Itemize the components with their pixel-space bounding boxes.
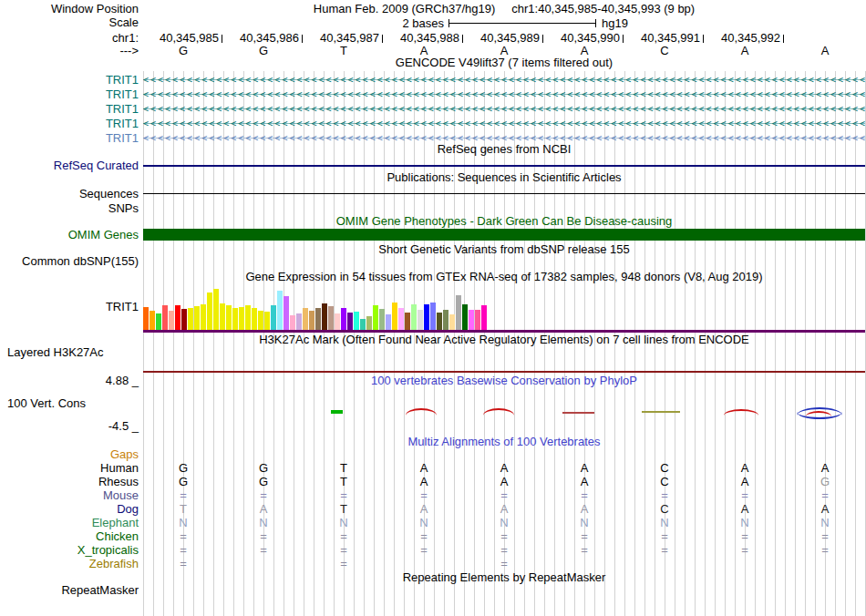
multiz-species-label[interactable]: Human xyxy=(0,462,139,475)
gencode-transcript-row[interactable]: <<<<<<<<<<<<<<<<<<<<<<<<<<<<<<<<<<<<<<<<… xyxy=(143,117,865,130)
gtex-expression-bar[interactable] xyxy=(169,311,174,330)
gtex-expression-bar[interactable] xyxy=(296,313,302,330)
multiz-species-label[interactable]: Elephant xyxy=(0,517,139,529)
reference-base: A xyxy=(464,45,544,57)
gtex-expression-bar[interactable] xyxy=(379,309,385,330)
gtex-expression-bar[interactable] xyxy=(328,306,334,330)
alignment-base: = xyxy=(464,489,544,502)
gtex-expression-bar[interactable] xyxy=(418,310,423,330)
snps-track-label[interactable]: SNPs xyxy=(0,202,139,215)
multiz-species-label[interactable]: X_tropicalis xyxy=(0,544,139,557)
repeatmasker-track-label[interactable]: RepeatMasker xyxy=(0,584,139,597)
coordinate-tick xyxy=(222,35,222,43)
reverse-strand-arrows-icon: <<<<<<<<<<<<<<<<<<<<<<<<<<<<<<<<<<<<<<<<… xyxy=(143,131,865,145)
refseq-track-label[interactable]: RefSeq Curated xyxy=(0,159,139,172)
gencode-transcript-row[interactable]: <<<<<<<<<<<<<<<<<<<<<<<<<<<<<<<<<<<<<<<<… xyxy=(143,131,865,145)
gtex-expression-bar[interactable] xyxy=(360,319,366,330)
conservation-track-label[interactable]: 100 Vert. Cons xyxy=(7,397,86,410)
alignment-base: = xyxy=(384,530,464,543)
gencode-item-label[interactable]: TRIT1 xyxy=(0,103,139,116)
gencode-item-label[interactable]: TRIT1 xyxy=(0,118,139,130)
sequences-track-line[interactable] xyxy=(143,193,865,194)
gtex-expression-bar[interactable] xyxy=(207,293,212,330)
reference-base: G xyxy=(143,45,223,57)
gtex-expression-bar[interactable] xyxy=(162,305,168,330)
h3k27ac-signal-line[interactable] xyxy=(143,371,865,373)
gtex-expression-bar[interactable] xyxy=(226,305,232,330)
gtex-expression-bar[interactable] xyxy=(232,308,238,330)
alignment-base: N xyxy=(143,517,223,529)
gtex-expression-bar[interactable] xyxy=(181,309,187,330)
gtex-expression-bar[interactable] xyxy=(443,310,448,330)
gtex-expression-bar[interactable] xyxy=(437,313,442,330)
gtex-expression-bar[interactable] xyxy=(143,307,149,330)
alignment-base: = xyxy=(785,544,865,557)
gencode-item-label[interactable]: TRIT1 xyxy=(0,74,139,87)
gtex-expression-bar[interactable] xyxy=(462,304,468,330)
gtex-expression-bar[interactable] xyxy=(149,311,155,330)
gtex-expression-bar[interactable] xyxy=(252,308,257,330)
alignment-base: N xyxy=(785,517,865,529)
gtex-expression-bar[interactable] xyxy=(322,303,327,330)
gencode-transcript-row[interactable]: <<<<<<<<<<<<<<<<<<<<<<<<<<<<<<<<<<<<<<<<… xyxy=(143,87,865,101)
gtex-expression-bar[interactable] xyxy=(315,308,321,330)
gtex-expression-bar[interactable] xyxy=(430,303,436,330)
gencode-item-label[interactable]: TRIT1 xyxy=(0,132,139,145)
refseq-track-line[interactable] xyxy=(143,165,865,167)
multiz-species-label[interactable]: Mouse xyxy=(0,489,139,502)
omim-genes-bar[interactable] xyxy=(143,229,865,241)
gtex-expression-bar[interactable] xyxy=(284,296,289,330)
gtex-expression-bar[interactable] xyxy=(277,291,283,330)
gtex-expression-bar[interactable] xyxy=(303,308,308,330)
omim-track-label[interactable]: OMIM Genes xyxy=(0,229,139,241)
gtex-expression-bar[interactable] xyxy=(347,313,353,330)
gtex-expression-bar[interactable] xyxy=(175,305,180,330)
gtex-expression-bar[interactable] xyxy=(213,289,219,330)
gencode-transcript-row[interactable]: <<<<<<<<<<<<<<<<<<<<<<<<<<<<<<<<<<<<<<<<… xyxy=(143,102,865,116)
gtex-expression-bar[interactable] xyxy=(188,308,193,330)
dbsnp-track-title: Short Genetic Variants from dbSNP releas… xyxy=(143,243,865,256)
gtex-expression-bar[interactable] xyxy=(309,311,314,330)
gtex-expression-bar[interactable] xyxy=(258,311,263,330)
gtex-expression-bar[interactable] xyxy=(271,305,276,330)
gtex-expression-bar[interactable] xyxy=(220,303,225,330)
gtex-track-label[interactable]: TRIT1 xyxy=(0,301,139,313)
h3k27ac-track-label[interactable]: Layered H3K27Ac xyxy=(7,346,104,359)
gencode-item-label[interactable]: TRIT1 xyxy=(0,88,139,101)
gtex-expression-bar[interactable] xyxy=(366,316,372,330)
multiz-species-label[interactable]: Dog xyxy=(0,503,139,516)
gtex-expression-bar[interactable] xyxy=(469,310,474,330)
gtex-expression-bar[interactable] xyxy=(386,314,391,330)
gtex-expression-bar[interactable] xyxy=(475,310,480,330)
gtex-expression-bar[interactable] xyxy=(264,312,270,330)
gtex-expression-bar[interactable] xyxy=(354,312,359,330)
gtex-expression-bar[interactable] xyxy=(335,313,340,330)
gtex-expression-bar[interactable] xyxy=(239,307,244,330)
gencode-transcript-row[interactable]: <<<<<<<<<<<<<<<<<<<<<<<<<<<<<<<<<<<<<<<<… xyxy=(143,73,865,87)
gtex-expression-bar[interactable] xyxy=(201,304,206,330)
gtex-expression-bar[interactable] xyxy=(449,314,455,330)
multiz-species-label[interactable]: Gaps xyxy=(0,448,139,461)
multiz-species-label[interactable]: Zebrafish xyxy=(0,558,139,570)
gtex-expression-bar[interactable] xyxy=(194,306,200,330)
multiz-species-label[interactable]: Rhesus xyxy=(0,476,139,488)
alignment-base: = xyxy=(304,489,384,502)
gtex-expression-bar[interactable] xyxy=(156,313,161,330)
dbsnp-track-label[interactable]: Common dbSNP(155) xyxy=(0,255,139,268)
reverse-strand-arrows-icon: <<<<<<<<<<<<<<<<<<<<<<<<<<<<<<<<<<<<<<<<… xyxy=(143,87,865,101)
multiz-species-label[interactable]: Chicken xyxy=(0,530,139,543)
gtex-expression-bar[interactable] xyxy=(424,304,429,330)
sequences-track-label[interactable]: Sequences xyxy=(0,188,139,200)
gtex-expression-bar[interactable] xyxy=(456,295,461,330)
gtex-expression-bar[interactable] xyxy=(341,308,346,330)
gtex-expression-bar[interactable] xyxy=(411,304,417,330)
gtex-expression-bar[interactable] xyxy=(245,305,251,330)
gtex-expression-bar[interactable] xyxy=(398,308,404,330)
gtex-expression-bar[interactable] xyxy=(290,315,295,330)
conservation-max-label: 4.88 _ xyxy=(0,375,139,387)
gtex-expression-bar[interactable] xyxy=(405,313,410,330)
chromosome-label: chr1: xyxy=(0,32,139,45)
gtex-expression-bar[interactable] xyxy=(373,305,378,330)
gtex-expression-bar[interactable] xyxy=(392,303,397,330)
gtex-expression-bar[interactable] xyxy=(481,305,487,330)
